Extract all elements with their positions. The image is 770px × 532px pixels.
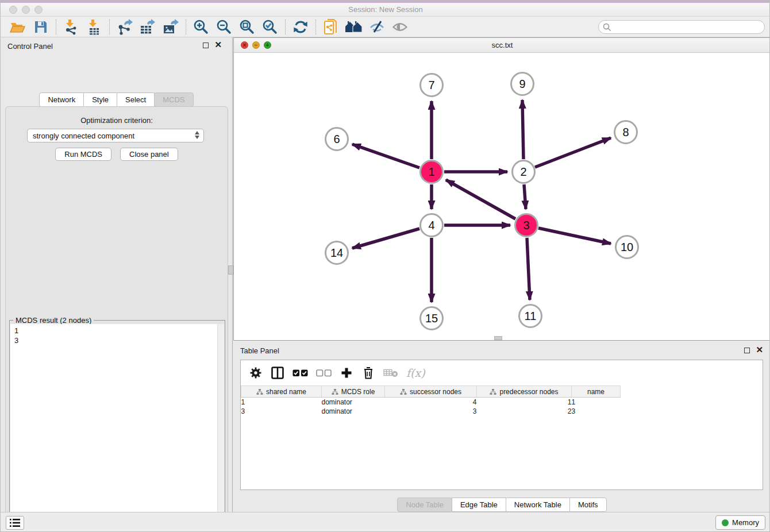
graph-node[interactable]: 10 [615, 235, 639, 259]
graph-edge[interactable] [352, 229, 419, 248]
hide-selected-button[interactable] [365, 18, 388, 36]
graph-edge[interactable] [522, 100, 523, 159]
search-input[interactable] [598, 20, 765, 34]
graph-node-selected[interactable]: 1 [419, 160, 444, 184]
graph-node[interactable]: 15 [419, 306, 444, 330]
control-panel-title: Control Panel [7, 42, 53, 51]
mcds-result-textarea[interactable]: 1 3 [10, 324, 224, 532]
unselect-all-icon [316, 369, 332, 377]
eye-slash-icon [369, 20, 385, 34]
tab-select[interactable]: Select [117, 92, 155, 107]
graph-edge[interactable] [527, 238, 530, 300]
graph-node[interactable]: 6 [325, 127, 349, 151]
column-header-shared-name[interactable]: shared name [241, 386, 322, 398]
clone-network-button[interactable] [319, 18, 342, 36]
home-button[interactable] [342, 18, 365, 36]
column-header-mcds-role[interactable]: MCDS role [322, 386, 385, 398]
fit-content-button[interactable] [236, 18, 259, 36]
graph-edge[interactable] [446, 180, 515, 219]
vertical-splitter-handle[interactable] [228, 265, 233, 275]
tab-network[interactable]: Network [39, 92, 84, 107]
graph-node[interactable]: 14 [325, 241, 349, 265]
cell-successor-nodes[interactable]: 3 [385, 407, 477, 416]
function-builder-button[interactable]: f(x) [406, 366, 425, 380]
table-row[interactable]: 3 dominator 3 2 3 [241, 407, 621, 416]
unselect-all-button[interactable] [316, 366, 332, 380]
graph-node[interactable]: 9 [510, 72, 534, 96]
tab-network-table[interactable]: Network Table [506, 498, 570, 512]
graph-edge[interactable] [535, 138, 611, 167]
column-type-icon [400, 388, 407, 395]
optimization-select[interactable]: strongly connected component [27, 129, 204, 142]
column-header-successor-nodes[interactable]: successor nodes [385, 386, 477, 398]
optimization-select-value: strongly connected component [33, 132, 134, 140]
cell-name[interactable]: 3 [572, 407, 621, 416]
toolbar-separator [315, 20, 316, 34]
close-table-panel-icon[interactable]: ✕ [756, 345, 763, 355]
graph-node[interactable]: 2 [511, 160, 536, 184]
tab-node-table[interactable]: Node Table [397, 498, 452, 512]
network-window-titlebar: × − + scc.txt [234, 38, 770, 53]
import-network-button[interactable] [60, 18, 83, 36]
select-all-button[interactable] [292, 366, 308, 380]
app-titlebar: Session: New Session [1, 3, 770, 17]
result-scrollbar[interactable] [217, 324, 224, 532]
cell-name[interactable]: 1 [572, 398, 621, 407]
node-table-area: f(x) [240, 360, 763, 490]
zoom-out-icon [216, 19, 232, 35]
float-panel-icon[interactable] [203, 43, 209, 48]
import-table-button[interactable] [83, 18, 106, 36]
column-type-icon [332, 388, 338, 395]
graph-node[interactable]: 11 [518, 304, 542, 328]
graph-node[interactable]: 4 [419, 213, 444, 237]
graph-node-selected[interactable]: 3 [514, 213, 538, 237]
table-panel-tabs: Node Table Edge Table Network Table Moti… [233, 498, 770, 512]
show-column-panel-button[interactable] [271, 366, 284, 380]
column-header-name[interactable]: name [572, 386, 621, 398]
export-network-button[interactable] [113, 18, 136, 36]
graph-node[interactable]: 7 [419, 73, 444, 97]
save-session-button[interactable] [29, 18, 52, 36]
graph-edge[interactable] [352, 144, 419, 168]
tab-motifs[interactable]: Motifs [569, 498, 607, 512]
network-canvas[interactable]: 7 9 6 8 1 2 4 3 14 10 15 11 [234, 53, 770, 340]
close-panel-button[interactable]: Close panel [120, 148, 178, 161]
columns-icon [271, 367, 284, 379]
export-image-button[interactable] [159, 18, 182, 36]
column-header-predecessor-nodes[interactable]: predecessor nodes [477, 386, 572, 398]
task-history-button[interactable] [6, 516, 24, 530]
cell-mcds-role[interactable]: dominator [322, 407, 385, 416]
memory-button[interactable]: Memory [715, 515, 765, 530]
cell-predecessor-nodes[interactable]: 2 [477, 407, 572, 416]
cell-successor-nodes[interactable]: 4 [385, 398, 477, 407]
table-row[interactable]: 1 dominator 4 1 1 [241, 398, 621, 407]
tab-style[interactable]: Style [83, 92, 117, 107]
select-all-icon [292, 369, 308, 377]
tab-mcds[interactable]: MCDS [154, 92, 193, 107]
close-panel-icon[interactable]: ✕ [214, 40, 222, 50]
zoom-selected-button[interactable] [259, 18, 282, 36]
run-mcds-button[interactable]: Run MCDS [55, 148, 111, 161]
cell-shared-name[interactable]: 3 [241, 407, 322, 416]
horizontal-splitter-handle[interactable] [494, 336, 502, 340]
zoom-out-button[interactable] [213, 18, 236, 36]
graph-edge[interactable] [524, 184, 526, 209]
open-session-button[interactable] [6, 18, 29, 36]
graph-edge[interactable] [538, 228, 611, 244]
zoom-in-button[interactable] [190, 18, 213, 36]
delete-column-button[interactable] [383, 366, 398, 380]
cell-predecessor-nodes[interactable]: 1 [477, 398, 572, 407]
show-all-button[interactable] [388, 18, 411, 36]
table-settings-button[interactable] [249, 366, 263, 380]
cell-mcds-role[interactable]: dominator [322, 398, 385, 407]
search-field-wrap [598, 20, 765, 34]
graph-node[interactable]: 8 [614, 120, 638, 144]
mcds-tab-content: Optimization criterion: strongly connect… [5, 106, 228, 532]
cell-shared-name[interactable]: 1 [241, 398, 322, 407]
tab-edge-table[interactable]: Edge Table [452, 498, 506, 512]
delete-row-button[interactable] [361, 366, 375, 380]
export-table-button[interactable] [136, 18, 159, 36]
add-column-button[interactable] [340, 366, 353, 380]
float-table-panel-icon[interactable] [744, 348, 750, 353]
refresh-button[interactable] [289, 18, 312, 36]
